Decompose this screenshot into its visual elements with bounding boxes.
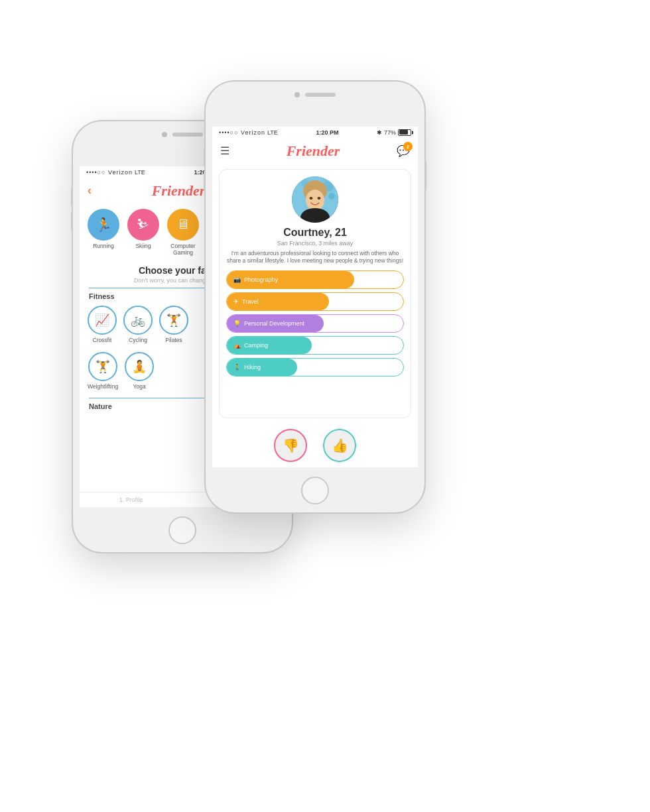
battery-icon-front bbox=[398, 129, 411, 136]
home-button-back[interactable] bbox=[168, 516, 196, 544]
interest-personal-dev[interactable]: 💡 Personal Development bbox=[226, 314, 404, 333]
phone-top-notch-f bbox=[294, 92, 336, 97]
like-button[interactable]: 👍 bbox=[323, 429, 356, 462]
gaming-icon: 🖥 bbox=[167, 209, 199, 241]
app-logo-front: Friender bbox=[287, 143, 340, 160]
phone-top-notch bbox=[162, 132, 203, 137]
hiking-fill: 🚶 Hiking bbox=[227, 359, 297, 376]
photography-fill: 📷 Photography bbox=[227, 271, 354, 288]
interest-camping[interactable]: ⛺ Camping bbox=[226, 336, 404, 355]
scene: ••••○○ Verizon LTE 1:20 PM ‹ Friender bbox=[73, 82, 577, 731]
profile-bio: I'm an adventurous professional looking … bbox=[226, 250, 404, 266]
avatar bbox=[292, 176, 338, 223]
cycling-icon: 🚲 bbox=[123, 306, 153, 335]
chat-icon-wrap[interactable]: 💬 2 bbox=[397, 145, 410, 157]
volume-down-button[interactable] bbox=[71, 211, 73, 230]
battery-fill-f bbox=[399, 130, 408, 135]
cycling-label: Cycling bbox=[129, 337, 147, 343]
dislike-button[interactable]: 👎 bbox=[274, 429, 307, 462]
running-label: Running bbox=[93, 243, 114, 249]
status-time-front: 1:20 PM bbox=[316, 129, 338, 136]
personal-dev-icon: 💡 bbox=[233, 320, 241, 327]
action-buttons: 👎 👍 bbox=[212, 424, 418, 467]
activity-gaming[interactable]: 🖥 Computer Gaming bbox=[167, 209, 199, 256]
interest-travel[interactable]: ✈ Travel bbox=[226, 292, 404, 311]
status-bar-front: ••••○○ Verizon LTE 1:20 PM ✱ 77% bbox=[212, 127, 418, 139]
profile-card: Courtney, 21 San Francisco, 3 miles away… bbox=[219, 169, 411, 418]
crossfit-label: Crossfit bbox=[93, 337, 112, 343]
pilates-icon: 🏋 bbox=[159, 306, 188, 335]
travel-icon: ✈ bbox=[233, 298, 239, 305]
crossfit-icon: 📈 bbox=[88, 306, 117, 335]
power-button-f[interactable] bbox=[424, 161, 426, 190]
avatar-svg bbox=[292, 176, 338, 223]
battery-pct: 77% bbox=[384, 129, 396, 136]
app-logo-back: Friender bbox=[152, 182, 206, 200]
weightlifting-label: Weightlifting bbox=[88, 383, 118, 390]
yoga-label: Yoga bbox=[133, 383, 146, 390]
status-right-f: ✱ 77% bbox=[377, 129, 411, 136]
phone-front: ••••○○ Verizon LTE 1:20 PM ✱ 77% ☰ bbox=[206, 82, 424, 512]
pilates-item[interactable]: 🏋 Pilates bbox=[159, 306, 188, 343]
weightlifting-item[interactable]: 🏋 Weightlifting bbox=[88, 352, 118, 390]
avatar-wrap bbox=[226, 176, 404, 223]
travel-fill: ✈ Travel bbox=[227, 293, 329, 310]
skiing-icon: ⛷ bbox=[127, 209, 159, 241]
yoga-icon: 🧘 bbox=[125, 352, 154, 381]
speaker-f bbox=[305, 93, 336, 97]
speaker bbox=[172, 133, 203, 137]
personal-dev-fill: 💡 Personal Development bbox=[227, 315, 324, 332]
avatar-image bbox=[292, 176, 338, 223]
back-button[interactable]: ‹ bbox=[88, 184, 92, 198]
personal-dev-label: Personal Development bbox=[244, 320, 304, 327]
cycling-item[interactable]: 🚲 Cycling bbox=[123, 306, 153, 343]
crossfit-item[interactable]: 📈 Crossfit bbox=[88, 306, 117, 343]
volume-down-button-f[interactable] bbox=[204, 172, 206, 190]
photography-label: Photography bbox=[244, 276, 278, 283]
weightlifting-icon: 🏋 bbox=[88, 352, 117, 381]
interest-hiking[interactable]: 🚶 Hiking bbox=[226, 358, 404, 377]
activity-skiing[interactable]: ⛷ Skiing bbox=[127, 209, 159, 256]
menu-button[interactable]: ☰ bbox=[220, 145, 229, 157]
svg-point-9 bbox=[310, 197, 313, 200]
signal-dots-f: ••••○○ Verizon bbox=[219, 129, 265, 136]
skiing-label: Skiing bbox=[135, 243, 151, 249]
svg-point-10 bbox=[318, 197, 321, 200]
bluetooth-icon: ✱ bbox=[377, 129, 382, 136]
volume-up-button[interactable] bbox=[71, 188, 73, 206]
camping-icon: ⛺ bbox=[233, 342, 241, 349]
gaming-label: Computer Gaming bbox=[170, 243, 195, 256]
running-icon: 🏃 bbox=[88, 209, 119, 241]
pilates-label: Pilates bbox=[165, 337, 182, 343]
camping-fill: ⛺ Camping bbox=[227, 337, 312, 354]
app-header-front: ☰ Friender 💬 2 bbox=[212, 139, 418, 164]
network-type-f: LTE bbox=[267, 129, 278, 136]
profile-location: San Francisco, 3 miles away bbox=[226, 240, 404, 247]
home-button-front[interactable] bbox=[301, 477, 329, 504]
chat-badge: 2 bbox=[403, 142, 413, 151]
front-camera bbox=[162, 132, 167, 137]
status-left: ••••○○ Verizon LTE bbox=[86, 169, 145, 176]
front-camera-f bbox=[294, 92, 300, 97]
profile-name: Courtney, 21 bbox=[226, 227, 404, 239]
yoga-item[interactable]: 🧘 Yoga bbox=[125, 352, 154, 390]
svg-point-7 bbox=[306, 190, 324, 211]
travel-label: Travel bbox=[242, 298, 259, 305]
svg-point-3 bbox=[328, 193, 335, 200]
volume-up-button-f[interactable] bbox=[204, 148, 206, 166]
tab-profile[interactable]: 1. Profile bbox=[80, 496, 182, 503]
hiking-icon: 🚶 bbox=[233, 364, 241, 371]
status-left-f: ••••○○ Verizon LTE bbox=[219, 129, 278, 136]
screen-front: ••••○○ Verizon LTE 1:20 PM ✱ 77% ☰ bbox=[212, 127, 418, 467]
photography-icon: 📷 bbox=[233, 276, 241, 283]
interest-photography[interactable]: 📷 Photography bbox=[226, 270, 404, 289]
signal-dots: ••••○○ Verizon bbox=[86, 169, 133, 176]
battery-body-f bbox=[398, 129, 411, 136]
activity-running[interactable]: 🏃 Running bbox=[88, 209, 119, 256]
network-type: LTE bbox=[135, 169, 145, 176]
hiking-label: Hiking bbox=[244, 364, 261, 371]
camping-label: Camping bbox=[244, 342, 268, 349]
